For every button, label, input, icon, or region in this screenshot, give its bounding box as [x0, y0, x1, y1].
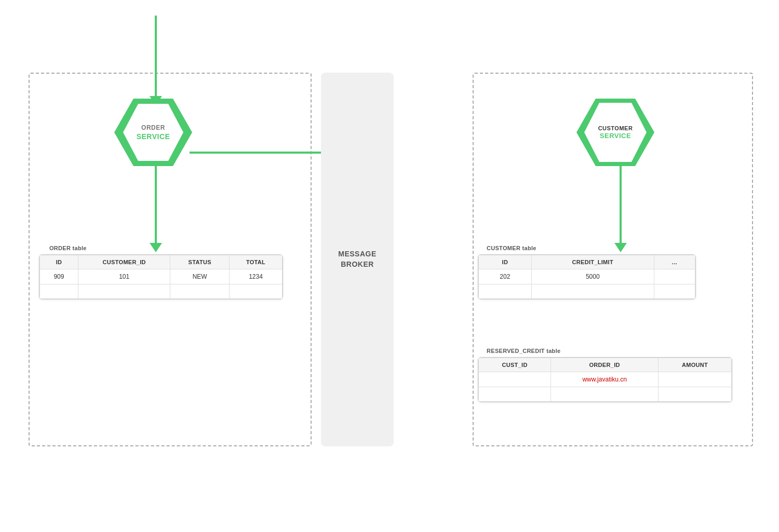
table-row: 202 5000	[479, 269, 695, 284]
customer-to-table-arrow	[614, 165, 627, 252]
order-row1-id: 909	[40, 269, 78, 284]
order-table-label: ORDER table	[49, 245, 87, 251]
order-table: ID CUSTOMER_ID STATUS TOTAL 909 101 NEW …	[39, 254, 283, 299]
customer-table-label: CUSTOMER table	[487, 245, 536, 251]
cust-row2-credit-limit	[531, 284, 654, 299]
customer-service-label-top: CUSTOMER	[598, 125, 633, 132]
rc-col-cust-id: CUST_ID	[479, 358, 551, 372]
order-col-status: STATUS	[170, 255, 230, 269]
cust-row2-id	[479, 284, 532, 299]
message-broker: MESSAGEBROKER	[321, 73, 394, 446]
order-row2-total	[229, 284, 282, 299]
broker-label: MESSAGEBROKER	[338, 249, 377, 269]
table-row: www.javatiku.cn	[479, 372, 732, 387]
order-row2-status	[170, 284, 230, 299]
top-arrow-order	[150, 16, 162, 105]
rc-row2-amount	[659, 387, 732, 402]
customer-service-icon: CUSTOMER SERVICE	[574, 96, 657, 169]
cust-row2-more	[654, 284, 695, 299]
order-row2-id	[40, 284, 78, 299]
rc-row1-cust-id	[479, 372, 551, 387]
order-row1-status: NEW	[170, 269, 230, 284]
order-col-customer-id: CUSTOMER_ID	[78, 255, 170, 269]
cust-col-credit-limit: CREDIT_LIMIT	[531, 255, 654, 269]
order-col-id: ID	[40, 255, 78, 269]
order-col-total: TOTAL	[229, 255, 282, 269]
order-row1-customer-id: 101	[78, 269, 170, 284]
cust-col-id: ID	[479, 255, 532, 269]
customer-table: ID CREDIT_LIMIT ... 202 5000	[478, 254, 696, 299]
rc-row2-order-id	[551, 387, 659, 402]
cust-col-more: ...	[654, 255, 695, 269]
order-service-icon: ORDER SERVICE	[112, 96, 195, 169]
rc-row2-cust-id	[479, 387, 551, 402]
table-row: 909 101 NEW 1234	[40, 269, 283, 284]
table-row	[40, 284, 283, 299]
order-service-label-top: ORDER	[137, 124, 170, 132]
rc-col-order-id: ORDER_ID	[551, 358, 659, 372]
cust-row1-more	[654, 269, 695, 284]
table-row	[479, 284, 695, 299]
reserved-credit-table-label: RESERVED_CREDIT table	[487, 348, 560, 354]
order-row2-customer-id	[78, 284, 170, 299]
order-service-label-bottom: SERVICE	[137, 132, 170, 141]
diagram-canvas: ORDER SERVICE ORDER table ID CUSTOMER_ID…	[0, 0, 779, 532]
order-to-table-arrow	[150, 165, 162, 252]
rc-col-amount: AMOUNT	[659, 358, 732, 372]
rc-row1-order-id: www.javatiku.cn	[551, 372, 659, 387]
order-row1-total: 1234	[229, 269, 282, 284]
customer-service-label-bottom: SERVICE	[598, 132, 633, 140]
reserved-credit-table: CUST_ID ORDER_ID AMOUNT www.javatiku.cn	[478, 357, 732, 402]
cust-row1-id: 202	[479, 269, 532, 284]
table-row	[479, 387, 732, 402]
cust-row1-credit-limit: 5000	[531, 269, 654, 284]
rc-row1-amount	[659, 372, 732, 387]
order-to-broker-arrow	[190, 146, 331, 159]
